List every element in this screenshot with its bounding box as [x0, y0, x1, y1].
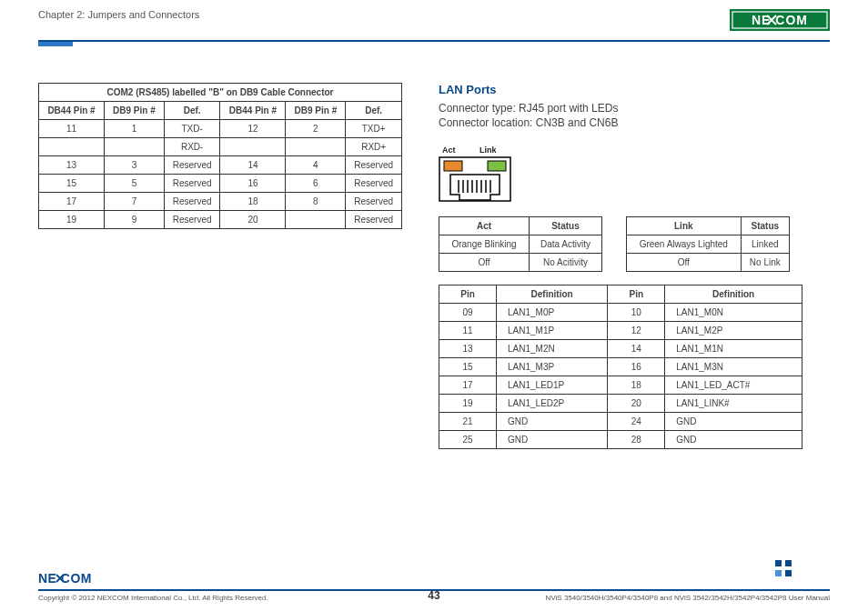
table-cell: 5: [105, 175, 165, 193]
svg-point-3: [771, 19, 773, 22]
table-cell: LAN1_LED_ACT#: [665, 376, 802, 395]
th: Link: [627, 217, 742, 235]
table-cell: Reserved: [346, 211, 402, 229]
th: Status: [529, 217, 601, 235]
table-row: 199Reserved20Reserved: [39, 211, 402, 229]
footer-tiles-icon: [775, 560, 792, 578]
doc-title: NViS 3540/3540H/3540P4/3540P8 and NViS 3…: [546, 594, 830, 602]
table-cell: Reserved: [164, 175, 220, 193]
rj45-icon: [439, 156, 511, 202]
table-row: 15LAN1_M3P16LAN1_M3N: [439, 358, 802, 376]
lan-ports-heading: LAN Ports: [439, 83, 830, 96]
table-row: Orange BlinkingData Activity: [439, 235, 602, 254]
table-cell: 20: [220, 211, 286, 229]
table-cell: Orange Blinking: [439, 235, 530, 254]
table-row: OffNo Acitivity: [439, 254, 602, 272]
table-cell: 18: [608, 376, 665, 395]
table-cell: [286, 138, 346, 156]
table-cell: Reserved: [346, 175, 402, 193]
table-cell: Reserved: [164, 193, 220, 211]
table-cell: RXD+: [346, 138, 402, 156]
table-cell: LAN1_M1N: [665, 340, 802, 358]
table-cell: [39, 138, 105, 156]
table-cell: 20: [608, 395, 665, 413]
table-row: 19LAN1_LED2P20LAN1_LINK#: [439, 395, 802, 413]
svg-text:NE  COM: NE COM: [752, 13, 808, 27]
table-cell: 17: [439, 376, 497, 395]
table-cell: Linked: [741, 235, 789, 254]
table-cell: No Link: [741, 254, 789, 272]
table-cell: 4: [286, 156, 346, 175]
table-row: OffNo Link: [627, 254, 790, 272]
table-cell: Reserved: [346, 193, 402, 211]
table-cell: LAN1_M0P: [497, 304, 608, 322]
table-cell: 16: [220, 175, 286, 193]
th: DB44 Pin #: [220, 102, 286, 120]
svg-rect-6: [488, 161, 506, 171]
table-cell: 9: [105, 211, 165, 229]
table-cell: 14: [608, 340, 665, 358]
table-cell: 18: [220, 193, 286, 211]
table-cell: LAN1_M3P: [497, 358, 608, 376]
svg-rect-15: [775, 560, 782, 566]
table-cell: 10: [608, 304, 665, 322]
table-cell: 7: [105, 193, 165, 211]
table-row: 111TXD-122TXD+: [39, 120, 402, 138]
table-cell: 25: [439, 431, 497, 449]
table-cell: 12: [220, 120, 286, 138]
connector-type: Connector type: RJ45 port with LEDs: [439, 102, 830, 115]
copyright-text: Copyright © 2012 NEXCOM International Co…: [38, 594, 268, 602]
table-cell: 24: [608, 413, 665, 431]
table-row: 11LAN1_M1P12LAN1_M2P: [439, 322, 802, 340]
table-cell: LAN1_M2N: [497, 340, 608, 358]
table-cell: GND: [665, 413, 802, 431]
table-cell: GND: [497, 413, 608, 431]
table-cell: 3: [105, 156, 165, 175]
th: DB44 Pin #: [39, 102, 105, 120]
svg-rect-18: [785, 570, 792, 576]
table-cell: Reserved: [164, 211, 220, 229]
th: Definition: [665, 285, 802, 304]
svg-rect-17: [775, 570, 782, 576]
th: Act: [439, 217, 530, 235]
table-row: RXD-RXD+: [39, 138, 402, 156]
table-cell: LAN1_M3N: [665, 358, 802, 376]
table-cell: LAN1_LINK#: [665, 395, 802, 413]
svg-rect-5: [444, 161, 462, 171]
table-cell: 11: [439, 322, 497, 340]
table-cell: [286, 211, 346, 229]
com2-table: COM2 (RS485) labelled "B" on DB9 Cable C…: [38, 83, 402, 229]
table-row: 13LAN1_M2N14LAN1_M1N: [439, 340, 802, 358]
table-cell: LAN1_M1P: [497, 322, 608, 340]
table-cell: TXD+: [346, 120, 402, 138]
table-row: 17LAN1_LED1P18LAN1_LED_ACT#: [439, 376, 802, 395]
table-cell: LAN1_M2P: [665, 322, 802, 340]
brand-logo-top: NE COM: [730, 9, 830, 31]
th: Def.: [346, 102, 402, 120]
table-cell: [220, 138, 286, 156]
table-row: 177Reserved188Reserved: [39, 193, 402, 211]
table-cell: 15: [39, 175, 105, 193]
brand-logo-bottom: NE COM: [38, 571, 830, 587]
table-cell: Off: [439, 254, 530, 272]
table-cell: LAN1_LED1P: [497, 376, 608, 395]
table-row: 09LAN1_M0P10LAN1_M0N: [439, 304, 802, 322]
table-cell: 19: [439, 395, 497, 413]
table-cell: 28: [608, 431, 665, 449]
table-cell: 17: [39, 193, 105, 211]
table-cell: 15: [439, 358, 497, 376]
connector-location: Connector location: CN3B and CN6B: [439, 116, 830, 129]
table-row: 21GND24GND: [439, 413, 802, 431]
table-cell: Reserved: [346, 156, 402, 175]
table-cell: 19: [39, 211, 105, 229]
svg-text:NE COM: NE COM: [38, 571, 92, 586]
table-cell: LAN1_LED2P: [497, 395, 608, 413]
table-row: 155Reserved166Reserved: [39, 175, 402, 193]
table-cell: No Acitivity: [529, 254, 601, 272]
table-cell: 21: [439, 413, 497, 431]
table-cell: LAN1_M0N: [665, 304, 802, 322]
chapter-title: Chapter 2: Jumpers and Connectors: [38, 9, 199, 20]
table-cell: 1: [105, 120, 165, 138]
table-cell: Off: [627, 254, 742, 272]
th: Pin: [608, 285, 665, 304]
